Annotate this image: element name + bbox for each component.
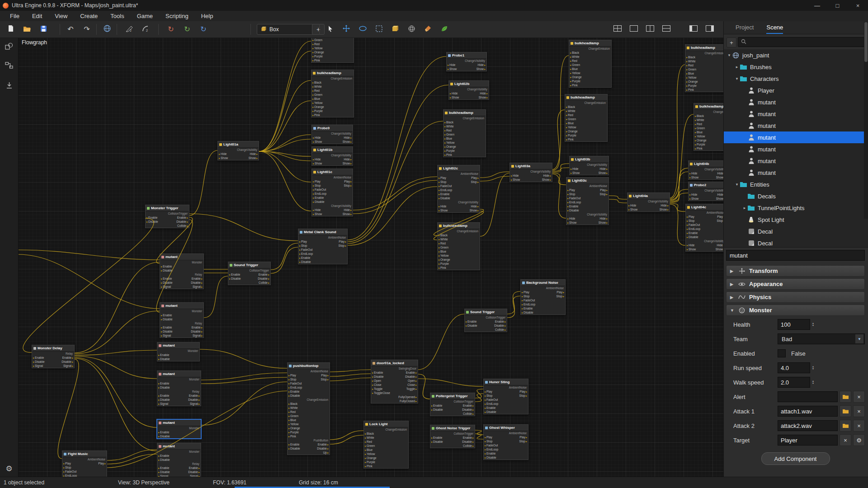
redo-button[interactable]: ↷ <box>80 23 94 36</box>
flowgraph-node-sound-trigger[interactable]: Sound TriggerCollisionTrigger▸EnableEnab… <box>228 262 271 285</box>
flowgraph-node-lock-light[interactable]: Lock LightChangeEmission▸Black▸White▸Red… <box>363 421 409 469</box>
flowgraph-node-bulkheadlamp[interactable]: bulkheadlampChangeEmission▸Black▸White▸R… <box>693 103 723 151</box>
target-input[interactable] <box>778 435 838 446</box>
tree-item-spot-light[interactable]: Spot Light <box>724 214 868 225</box>
settings-button[interactable]: ⚙ <box>2 461 16 476</box>
tree-item-mutant[interactable]: mutant <box>724 167 868 178</box>
tree-item-decal[interactable]: Decal <box>724 225 868 237</box>
flowgraph-node-bulkheadlamp[interactable]: bulkheadlampChangeEmission▸Black▸White▸R… <box>565 94 608 142</box>
paint-button[interactable] <box>420 23 435 36</box>
flowgraph-node-bulkheadlamp[interactable]: bulkheadlampChangeEmission▸Black▸White▸R… <box>437 222 480 270</box>
run-speed-stepper[interactable]: ▴▾ <box>812 366 814 370</box>
health-stepper[interactable]: ▴▾ <box>812 322 814 327</box>
health-input[interactable] <box>778 319 810 330</box>
flowgraph-node-light04b[interactable]: Light04bChangeVisibility▸HideHide▸▸ShowS… <box>688 160 723 180</box>
vp-quad-button[interactable] <box>610 23 625 36</box>
flowgraph-node-light02b[interactable]: Light02bChangeVisibility▸HideHide▸▸ShowS… <box>448 80 489 100</box>
vp-right-button[interactable] <box>703 23 717 36</box>
target-pick-button[interactable]: ⚙ <box>853 434 865 446</box>
walk-speed-stepper[interactable]: ▴▾ <box>812 380 814 385</box>
expand-closed-icon[interactable]: ▸ <box>742 206 747 210</box>
search-input[interactable] <box>749 38 862 46</box>
flowgraph-node-huner-sting[interactable]: Huner StingAmbientNoise▸PlayPlay▸▸StopSt… <box>483 379 528 414</box>
add-component-button[interactable]: Add Component <box>761 452 830 465</box>
entity-name-field[interactable] <box>726 250 865 261</box>
team-dropdown[interactable]: Bad▼ <box>778 333 865 344</box>
flowgraph-node-probe0[interactable]: Probe0ChangeVisibility▸HideHide▸▸ShowSho… <box>311 125 353 144</box>
enabled-checkbox[interactable] <box>778 349 786 357</box>
flowgraph-node-bulkheadlamp[interactable]: bulkheadlampChangeEmission▸Black▸White▸R… <box>443 109 486 157</box>
leaf-button[interactable] <box>437 23 451 36</box>
import-button[interactable] <box>2 79 16 94</box>
maximize-button[interactable]: □ <box>827 0 848 11</box>
vp-cols-button[interactable] <box>643 23 657 36</box>
snap-rotate-button[interactable]: 2 <box>138 23 153 36</box>
tree-item-mutant[interactable]: mutant <box>724 120 868 131</box>
minimize-button[interactable]: — <box>807 0 827 11</box>
flowgraph-node-light02c[interactable]: Light02cAmbientNoise▸PlayPlay▸▸StopStop▸… <box>437 165 480 213</box>
flowgraph-node-mutant[interactable]: mutantMonster▸Enable▸DisableRelay▸Enable… <box>157 443 201 477</box>
flowgraph-node-bulkheadlamp[interactable]: bulkheadlampChangeEmission▸Black▸White▸R… <box>685 44 723 92</box>
tree-item-entities[interactable]: ▾Entities <box>724 178 868 190</box>
flowgraph-node-probe2[interactable]: Probe2ChangeVisibility▸HideHide▸▸ShowSho… <box>688 182 723 201</box>
section-monster[interactable]: ▼Monster <box>726 305 865 316</box>
attack-1-browse-button[interactable] <box>840 405 851 417</box>
flowgraph-button[interactable] <box>2 59 16 74</box>
scene-add-button[interactable]: + <box>726 38 736 47</box>
rot-y-button[interactable]: ↻ <box>180 23 194 36</box>
alert-clear-button[interactable]: × <box>853 391 865 403</box>
flowgraph-node-mutant[interactable]: mutantMonster▸Enable▸Disable <box>157 419 201 439</box>
open-folder-button[interactable] <box>20 23 34 36</box>
cursor-button[interactable] <box>323 23 337 36</box>
objects-button[interactable] <box>2 40 16 55</box>
section-appearance[interactable]: ▶Appearance <box>726 278 865 290</box>
flowgraph-node-monster-trigger[interactable]: Monster TriggerCollisionTrigger▸EnableEn… <box>145 205 189 228</box>
flowgraph-node-light04a[interactable]: Light04aChangeVisibility▸HideHide▸▸ShowS… <box>627 192 670 212</box>
target-clear-button[interactable]: × <box>840 434 851 446</box>
expand-closed-icon[interactable]: ▸ <box>734 65 740 69</box>
flowgraph-node-fight-music[interactable]: Fight MusicAmbientNoise▸PlayPlay▸▸Stop▸F… <box>62 450 107 477</box>
tree-item-mutant[interactable]: mutant <box>724 155 868 167</box>
attack-1-clear-button[interactable]: × <box>853 405 865 417</box>
tree-item-decals[interactable]: Decals <box>724 190 868 202</box>
flowgraph-node-pushbuttontop[interactable]: pushbuttontopAmbientNoise▸PlayPlay▸▸Stop… <box>287 362 330 455</box>
tree-item-brushes[interactable]: ▸Brushes <box>724 61 868 73</box>
flowgraph-node-mutant[interactable]: mutantMonster▸Enable▸DisableRelay▸Enable… <box>160 253 204 289</box>
move-button[interactable] <box>339 23 354 36</box>
flowgraph-canvas[interactable]: Flowgraph ▸Green▸Red▸Yellow▸Orange▸Purpl… <box>18 38 723 477</box>
page-button[interactable] <box>4 23 18 36</box>
flowgraph-node-sound-trigger[interactable]: Sound TriggerCollisionTrigger▸EnableEnab… <box>464 309 507 332</box>
tree-item-characters[interactable]: ▾Characters <box>724 73 868 84</box>
flowgraph-node-light01c[interactable]: Light01cAmbientNoise▸PlayPlay▸▸StopStop▸… <box>311 169 353 216</box>
box-button[interactable] <box>388 23 402 36</box>
attack-1-input[interactable] <box>778 406 838 417</box>
primitive-combo[interactable]: Box <box>257 24 316 35</box>
tab-project[interactable]: Project <box>736 24 754 34</box>
scrollbar-thumb[interactable] <box>864 22 868 62</box>
menu-create[interactable]: Create <box>74 11 104 21</box>
attack-2-input[interactable] <box>778 420 838 431</box>
rot-z-button[interactable]: ↻ <box>196 23 211 36</box>
flowgraph-node-light04c[interactable]: Light04cAmbientNoise▸PlayPlay▸▸StopStop▸… <box>685 204 723 252</box>
sphere-button[interactable] <box>404 23 419 36</box>
menu-tools[interactable]: Tools <box>104 11 130 21</box>
vp-single-button[interactable] <box>627 23 641 36</box>
menu-scripting[interactable]: Scripting <box>159 11 195 21</box>
tree-item-player[interactable]: Player <box>724 84 868 96</box>
tree-item-mutant[interactable]: mutant <box>724 108 868 120</box>
tree-item-mutant[interactable]: mutant <box>724 96 868 108</box>
menu-edit[interactable]: Edit <box>26 11 48 21</box>
flowgraph-node-bulkheadlamp[interactable]: bulkheadlampChangeEmission▸Black▸White▸R… <box>569 40 612 88</box>
flowgraph-node-light01b[interactable]: Light01bChangeVisibility▸HideHide▸▸ShowS… <box>311 146 353 166</box>
flowgraph-node-background-noise[interactable]: Background NoiseAmbientNoise▸PlayPlay▸▸S… <box>520 279 566 315</box>
alert-input[interactable] <box>778 391 838 402</box>
flowgraph-node-mutant[interactable]: mutantMonster▸Enable▸Disable <box>157 342 200 361</box>
flowgraph-node-door01a-locked[interactable]: door01a_lockedSwingingDoor▸EnableEnable▸… <box>371 360 418 404</box>
flowgraph-node-monster-delay[interactable]: Monster DelayRelay▸EnableEnable▸▸Disable… <box>32 345 75 368</box>
tree-item-mutant[interactable]: mutant <box>724 131 868 143</box>
flowgraph-node-partial[interactable]: ▸Green▸Red▸Yellow▸Orange▸Purple▸Pink <box>311 38 354 63</box>
snap-move-button[interactable]: 2 <box>122 23 137 36</box>
flowgraph-node-light03b[interactable]: Light03bChangeVisibility▸HideHide▸▸ShowS… <box>569 156 609 175</box>
save-button[interactable] <box>36 23 51 36</box>
alert-browse-button[interactable] <box>840 391 851 403</box>
